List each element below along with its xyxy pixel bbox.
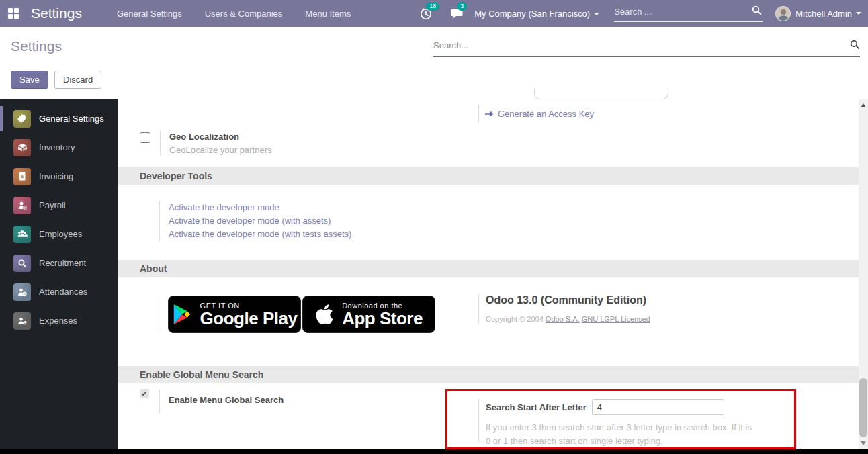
geo-localization-checkbox[interactable] <box>140 132 150 143</box>
sidebar-item-label: Expenses <box>39 316 77 326</box>
global-search-setting: ✔ Enable Menu Global Search Search Start… <box>118 389 868 454</box>
svg-text:$: $ <box>24 320 27 326</box>
about-section: GET IT ON Google Play Download on the Ap… <box>118 277 868 366</box>
activate-dev-mode-tests-link[interactable]: Activate the developer mode (with tests … <box>169 228 868 241</box>
app-title: Settings <box>31 5 82 21</box>
search-start-after-letter-input[interactable] <box>592 399 724 415</box>
gnu-lgpl-link[interactable]: GNU LGPL Licensed <box>582 315 650 323</box>
activities-badge: 18 <box>426 2 439 11</box>
avatar <box>775 6 791 21</box>
sidebar-item-label: General Settings <box>39 114 104 124</box>
top-menu: General Settings Users & Companies Menu … <box>116 1 352 27</box>
sidebar-item-inventory[interactable]: Inventory <box>0 133 118 162</box>
payroll-icon: $ <box>13 197 31 214</box>
help-text-line1: If you enter 3 then search start after 3… <box>486 421 787 435</box>
svg-text:$: $ <box>21 174 24 179</box>
scroll-up-icon[interactable] <box>861 103 866 107</box>
sidebar-item-label: Attendances <box>39 287 87 297</box>
messages-button[interactable]: 3 <box>450 7 464 20</box>
sidebar-item-employees[interactable]: Employees <box>0 220 118 248</box>
google-play-badge[interactable]: GET IT ON Google Play <box>168 296 301 333</box>
menu-general-settings[interactable]: General Settings <box>116 1 183 27</box>
google-play-icon <box>172 303 192 326</box>
app-store-badge[interactable]: Download on the App Store <box>302 296 435 333</box>
recruitment-magnifier-icon <box>13 255 31 272</box>
activate-dev-mode-link[interactable]: Activate the developer mode <box>169 201 868 214</box>
expenses-icon: $ <box>13 312 31 330</box>
activate-dev-mode-assets-link[interactable]: Activate the developer mode (with assets… <box>169 214 868 228</box>
menu-menu-items[interactable]: Menu Items <box>304 1 352 27</box>
settings-sidebar: General Settings Inventory $ Invoicing $… <box>0 99 118 454</box>
geo-localization-setting: Geo Localization GeoLocalize your partne… <box>140 130 868 155</box>
user-menu[interactable]: Mitchell Admin <box>775 6 861 21</box>
partially-visible-field[interactable] <box>534 88 668 99</box>
sidebar-item-payroll[interactable]: $ Payroll <box>0 191 118 220</box>
odoo-version: Odoo 13.0 (Community Edition) <box>486 294 650 306</box>
bottom-black-bar <box>0 449 868 454</box>
highlight-red-box: Search Start After Letter If you enter 3… <box>445 389 796 449</box>
enable-menu-global-search-label: Enable Menu Global Search <box>159 390 284 413</box>
enable-menu-global-search-checkbox[interactable]: ✔ <box>140 389 149 398</box>
employees-icon <box>13 226 31 243</box>
sidebar-item-label: Invoicing <box>39 171 73 181</box>
search-start-after-letter-label: Search Start After Letter <box>486 402 587 412</box>
odoo-sa-link[interactable]: Odoo S.A. <box>546 315 580 323</box>
activities-button[interactable]: 18 <box>419 7 433 20</box>
user-name: Mitchell Admin <box>795 9 852 19</box>
scrollbar-thumb[interactable] <box>859 378 867 437</box>
discard-button[interactable]: Discard <box>54 71 101 89</box>
apps-menu-button[interactable] <box>0 0 27 27</box>
settings-search <box>433 39 860 57</box>
menu-users-companies[interactable]: Users & Companies <box>204 1 284 27</box>
copyright-line: Copyright © 2004 Odoo S.A. GNU LGPL Lice… <box>486 315 650 323</box>
control-panel: Settings <box>0 27 868 64</box>
sidebar-item-label: Inventory <box>39 142 75 152</box>
gear-icon <box>13 110 31 128</box>
top-navbar: Settings General Settings Users & Compan… <box>0 0 868 27</box>
sidebar-item-expenses[interactable]: $ Expenses <box>0 306 118 335</box>
generate-access-key-link[interactable]: Generate an Access Key <box>478 105 594 122</box>
apps-grid-icon <box>8 8 19 19</box>
sidebar-item-attendances[interactable]: Attendances <box>0 277 118 306</box>
save-button[interactable]: Save <box>11 71 48 89</box>
sidebar-item-label: Recruitment <box>39 258 86 268</box>
geo-localization-title: Geo Localization <box>169 130 271 142</box>
sidebar-item-recruitment[interactable]: Recruitment <box>0 248 118 277</box>
scroll-down-icon[interactable] <box>861 441 866 445</box>
geo-localization-subtitle: GeoLocalize your partners <box>169 145 271 155</box>
page-title: Settings <box>11 38 62 54</box>
invoice-icon: $ <box>13 168 31 185</box>
attendance-icon <box>13 283 31 301</box>
company-switcher[interactable]: My Company (San Francisco) <box>474 9 599 19</box>
chevron-down-icon <box>594 13 599 15</box>
sidebar-item-label: Payroll <box>39 200 66 210</box>
topbar-search <box>614 5 763 22</box>
apple-icon <box>315 303 334 326</box>
section-header-about: About <box>118 260 868 277</box>
search-icon[interactable] <box>850 40 860 50</box>
settings-content: Generate an Access Key Geo Localization … <box>118 99 868 454</box>
settings-search-input[interactable] <box>433 40 830 50</box>
help-text-line2: 0 or 1 then search start on single lette… <box>486 435 787 448</box>
section-header-developer-tools: Developer Tools <box>118 167 868 185</box>
developer-mode-links: Activate the developer mode Activate the… <box>159 201 868 241</box>
vertical-scrollbar[interactable] <box>859 99 868 449</box>
topbar-search-input[interactable] <box>614 7 742 17</box>
sidebar-item-invoicing[interactable]: $ Invoicing <box>0 162 118 191</box>
section-header-global-menu-search: Enable Global Menu Search <box>118 366 868 383</box>
button-row: Save Discard <box>0 64 868 99</box>
search-icon[interactable] <box>752 5 762 15</box>
svg-text:$: $ <box>24 206 26 209</box>
inventory-box-icon <box>13 139 31 156</box>
messages-badge: 3 <box>457 2 467 11</box>
sidebar-item-general-settings[interactable]: General Settings <box>0 104 118 133</box>
company-name: My Company (San Francisco) <box>474 9 590 19</box>
chevron-down-icon <box>856 12 861 15</box>
sidebar-item-label: Employees <box>39 229 82 239</box>
arrow-right-icon <box>485 110 494 118</box>
